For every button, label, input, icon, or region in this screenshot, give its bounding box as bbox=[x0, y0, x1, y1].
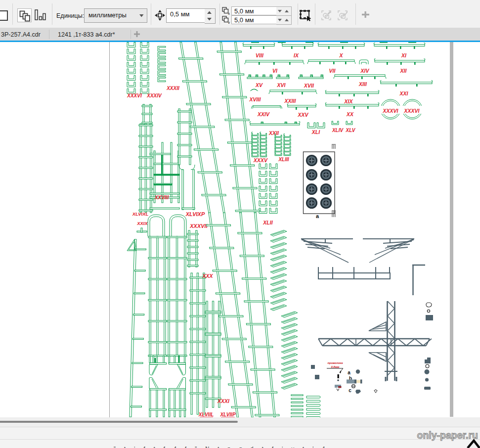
svg-text:XXII: XXII bbox=[268, 130, 279, 136]
svg-text:XLIII: XLIII bbox=[278, 157, 289, 162]
svg-text:XIII: XIII bbox=[358, 81, 367, 87]
svg-text:VI: VI bbox=[272, 68, 278, 74]
svg-text:XXX: XXX bbox=[202, 273, 213, 279]
svg-text:a: a bbox=[316, 213, 319, 219]
svg-text:XVIII: XVIII bbox=[249, 96, 262, 102]
svg-text:XII: XII bbox=[400, 68, 407, 74]
svg-text:XXXVI: XXXVI bbox=[404, 108, 420, 114]
svg-text:проволока: проволока bbox=[328, 361, 344, 364]
svg-text:XXXVI: XXXVI bbox=[383, 108, 399, 114]
svg-text:XXXVII: XXXVII bbox=[189, 223, 208, 229]
svg-text:XXXI: XXXI bbox=[217, 398, 230, 404]
svg-text:XV: XV bbox=[255, 82, 263, 88]
svg-text:XXVIII: XXVIII bbox=[154, 195, 169, 200]
svg-text:XIV: XIV bbox=[360, 68, 370, 74]
svg-text:XXI: XXI bbox=[399, 90, 409, 96]
svg-text:XXIII: XXIII bbox=[284, 98, 297, 104]
svg-text:X: X bbox=[339, 52, 343, 58]
svg-text:VII: VII bbox=[329, 68, 336, 74]
svg-text:XXXIV: XXXIV bbox=[146, 93, 162, 98]
svg-text:XLII: XLII bbox=[262, 220, 273, 225]
svg-text:XXIX: XXIX bbox=[136, 221, 148, 226]
svg-text:XIX: XIX bbox=[344, 98, 353, 104]
svg-text:XLIV: XLIV bbox=[332, 128, 344, 133]
svg-text:XXV: XXV bbox=[297, 112, 308, 118]
svg-text:XLVIXP: XLVIXP bbox=[185, 211, 205, 217]
svg-text:XLV: XLV bbox=[346, 128, 356, 133]
svg-text:0,8мм: 0,8мм bbox=[331, 365, 340, 368]
svg-text:c: c bbox=[349, 388, 351, 393]
svg-text:VIII: VIII bbox=[256, 52, 264, 58]
svg-text:XXXII: XXXII bbox=[166, 86, 179, 91]
svg-text:XXIV: XXIV bbox=[257, 111, 270, 117]
svg-text:XX: XX bbox=[346, 111, 354, 117]
svg-text:XLI: XLI bbox=[311, 129, 320, 135]
svg-text:XVI: XVI bbox=[277, 82, 286, 88]
svg-text:XLVIXL: XLVIXL bbox=[132, 211, 149, 217]
svg-text:XXXV: XXXV bbox=[253, 157, 268, 163]
svg-text:IX: IX bbox=[294, 52, 299, 58]
svg-text:XXXVI: XXXVI bbox=[127, 93, 142, 98]
svg-text:a: a bbox=[348, 370, 350, 375]
svg-text:XI: XI bbox=[401, 52, 407, 58]
svg-text:XVII: XVII bbox=[304, 83, 314, 89]
svg-text:XLVIIL: XLVIIL bbox=[198, 412, 214, 417]
svg-text:XLVIIP: XLVIIP bbox=[219, 412, 235, 417]
